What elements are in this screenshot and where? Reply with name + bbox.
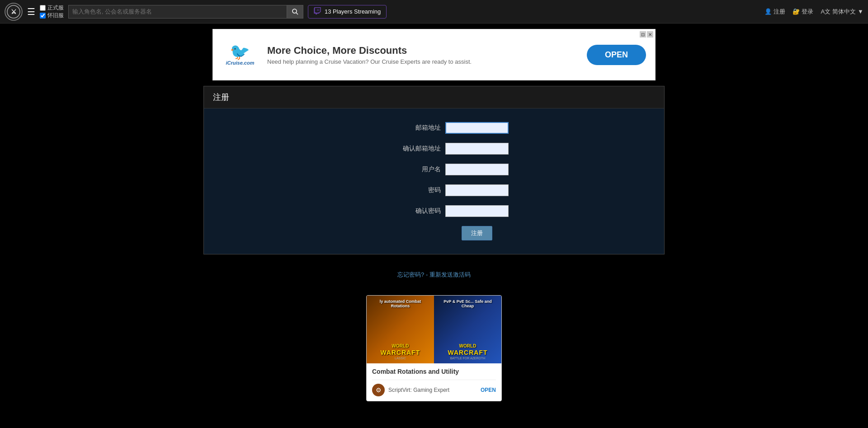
register-header: 注册: [204, 86, 664, 108]
bottom-ad-footer: ⚙ ScriptVirt: Gaming Expert OPEN: [372, 380, 496, 396]
ad-text: More Choice, More Discounts Need help pl…: [267, 45, 587, 65]
username-label: 用户名: [359, 165, 441, 174]
username-row: 用户名: [213, 164, 655, 175]
search-icon: [292, 9, 298, 15]
email-input[interactable]: [445, 122, 509, 134]
menu-icon[interactable]: ☰: [27, 6, 35, 17]
classic-server-label: 怀旧服: [47, 12, 64, 19]
search-container: [68, 5, 303, 19]
ad-resize-icon[interactable]: ⊡: [640, 31, 646, 38]
header-right-nav: 👤 注册 🔐 登录 A文 简体中文 ▼: [764, 8, 863, 16]
confirm-email-row: 确认邮箱地址: [213, 143, 655, 155]
bottom-ad-title: Combat Rotations and Utility: [372, 368, 496, 375]
confirm-password-input[interactable]: [445, 205, 509, 217]
ad-title: More Choice, More Discounts: [267, 45, 587, 56]
register-link[interactable]: 👤 注册: [764, 8, 785, 16]
twitch-icon: [314, 7, 321, 16]
official-server-checkbox[interactable]: 正式服: [40, 4, 64, 12]
login-link[interactable]: 🔐 登录: [793, 8, 813, 16]
ad-subtitle: Need help planning a Cruise Vacation? Ou…: [267, 58, 587, 65]
streaming-badge[interactable]: 13 Players Streaming: [308, 5, 387, 19]
login-icon: 🔐: [793, 8, 800, 15]
confirm-email-label: 确认邮箱地址: [359, 145, 441, 153]
bottom-ad: 广告 ✕ ly automated Combat Rotations PvP &…: [366, 295, 502, 401]
wow-logo-left: WORLD WARCRAFT: [380, 343, 420, 357]
chevron-down-icon: ▼: [858, 8, 863, 15]
user-icon: 👤: [764, 8, 772, 15]
main-content: 🐦 iCruise.com More Choice, More Discount…: [199, 29, 669, 286]
register-form-container: 邮箱地址 确认邮箱地址 用户名 密码 确认密码 注册: [204, 108, 664, 254]
bottom-ad-image: ly automated Combat Rotations PvP & PvE …: [367, 296, 501, 363]
password-label: 密码: [359, 186, 441, 194]
confirm-password-row: 确认密码: [213, 205, 655, 217]
register-submit-button[interactable]: 注册: [462, 226, 492, 240]
wow-subtitle-left: LASSIC: [395, 357, 406, 360]
svg-point-3: [292, 9, 297, 13]
ad-image-right: WORLD WARCRAFT BATTLE FOR AZEROTH: [434, 296, 501, 363]
bottom-ad-company-name: ScriptVirt: Gaming Expert: [388, 387, 449, 393]
ad-open-button[interactable]: OPEN: [587, 45, 646, 65]
streaming-count-label: 13 Players Streaming: [325, 8, 381, 15]
password-row: 密码: [213, 184, 655, 196]
site-logo: ⚔: [5, 3, 23, 21]
username-input[interactable]: [445, 164, 509, 175]
register-section: 注册 邮箱地址 确认邮箱地址 用户名 密码 确认密码: [203, 86, 665, 254]
icruise-bird-icon: 🐦: [230, 44, 250, 60]
register-title: 注册: [213, 93, 229, 102]
forgot-password-section: 忘记密码? - 重新发送激活码: [203, 263, 665, 286]
forgot-password-link[interactable]: 忘记密码? - 重新发送激活码: [397, 271, 471, 278]
bottom-ad-body: Combat Rotations and Utility ⚙ ScriptVir…: [367, 363, 501, 401]
top-ad-banner: 🐦 iCruise.com More Choice, More Discount…: [212, 29, 656, 80]
ad-logo: 🐦 iCruise.com: [222, 37, 258, 73]
wow-logo-right: WORLD WARCRAFT: [448, 343, 487, 357]
search-button[interactable]: [287, 5, 303, 19]
wow-subtitle-right: BATTLE FOR AZEROTH: [450, 357, 486, 360]
icruise-brand: iCruise.com: [226, 60, 255, 66]
search-input[interactable]: [68, 5, 287, 19]
bottom-ad-open-button[interactable]: OPEN: [481, 387, 496, 393]
ad-close-icon[interactable]: ✕: [647, 31, 653, 38]
official-server-label: 正式服: [47, 4, 64, 12]
bottom-ad-company-icon: ⚙: [372, 384, 385, 396]
language-selector[interactable]: A文 简体中文 ▼: [821, 8, 863, 16]
classic-server-input[interactable]: [40, 13, 46, 19]
submit-row: 注册: [213, 226, 655, 240]
header: ⚔ ☰ 正式服 怀旧服 13 Players Streaming: [0, 0, 868, 24]
svg-line-4: [296, 13, 298, 14]
ad-controls: ⊡ ✕: [640, 31, 653, 38]
language-icon: A文: [821, 8, 830, 16]
official-server-input[interactable]: [40, 5, 46, 11]
confirm-email-input[interactable]: [445, 143, 509, 155]
svg-text:⚔: ⚔: [11, 8, 17, 15]
server-type-checkboxes: 正式服 怀旧服: [40, 4, 64, 19]
bottom-ad-footer-left: ⚙ ScriptVirt: Gaming Expert: [372, 384, 449, 396]
email-label: 邮箱地址: [359, 124, 441, 132]
confirm-password-label: 确认密码: [359, 207, 441, 215]
classic-server-checkbox[interactable]: 怀旧服: [40, 12, 64, 19]
ad-image-left: WORLD WARCRAFT LASSIC: [367, 296, 434, 363]
password-input[interactable]: [445, 184, 509, 196]
email-row: 邮箱地址: [213, 122, 655, 134]
